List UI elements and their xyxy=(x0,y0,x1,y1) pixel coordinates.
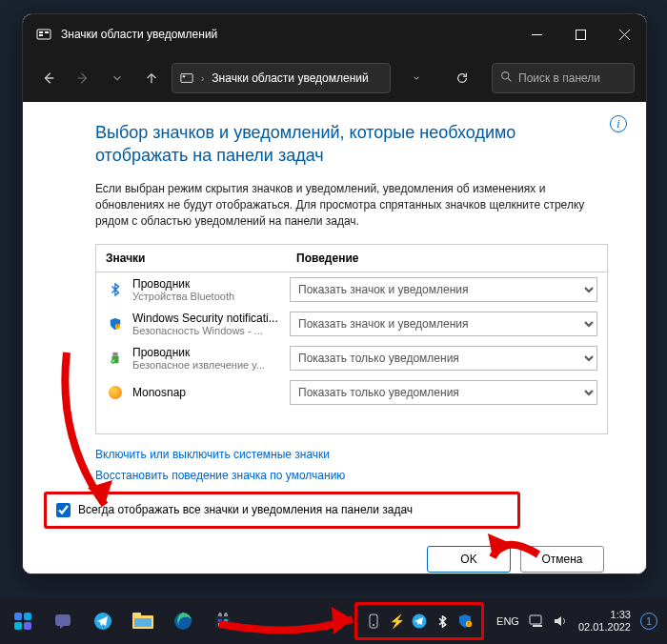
svg-rect-33 xyxy=(224,623,228,626)
row-title: Monosnap xyxy=(132,386,285,399)
table-row: ! Windows Security notificati...Безопасн… xyxy=(96,307,607,341)
link-restore-defaults[interactable]: Восстановить поведение значка по умолчан… xyxy=(95,469,608,482)
links: Включить или выключить системные значки … xyxy=(95,448,608,482)
svg-rect-22 xyxy=(24,622,31,630)
content: i Выбор значков и уведомлений, которые н… xyxy=(23,102,646,574)
titlebar: Значки области уведомлений xyxy=(23,14,646,54)
behavior-select[interactable]: Показать только уведомления xyxy=(290,346,597,371)
tray-highlight: ⚡ ! xyxy=(354,602,484,640)
svg-rect-19 xyxy=(14,613,22,620)
svg-rect-23 xyxy=(55,614,71,626)
tray-bolt-icon[interactable]: ⚡ xyxy=(388,613,405,630)
window: Значки области уведомлений › Значки обла… xyxy=(22,13,647,574)
forward-button[interactable] xyxy=(69,64,97,92)
behavior-select[interactable]: Показать значок и уведомления xyxy=(290,277,597,302)
edge-button[interactable] xyxy=(164,602,202,640)
bluetooth-icon xyxy=(106,280,125,299)
col-icons: Значки xyxy=(96,245,287,272)
svg-rect-16 xyxy=(112,352,117,356)
behavior-select[interactable]: Показать значок и уведомления xyxy=(290,312,597,336)
close-button[interactable] xyxy=(602,14,646,54)
refresh-button[interactable] xyxy=(448,64,476,92)
always-show-checkbox-row: Всегда отображать все значки и уведомлен… xyxy=(44,492,520,529)
svg-rect-2 xyxy=(39,34,43,36)
notifications-icon[interactable]: 1 xyxy=(640,613,657,630)
svg-rect-1 xyxy=(39,31,43,33)
row-sub: Безопасность Windows - ... xyxy=(132,325,285,336)
row-sub: Устройства Bluetooth xyxy=(132,291,285,302)
svg-rect-27 xyxy=(134,618,152,627)
date-text: 02.01.2022 xyxy=(578,621,631,634)
svg-rect-21 xyxy=(14,622,22,630)
icons-table: Значки Поведение ПроводникУстройства Blu… xyxy=(95,244,608,434)
tray-security-icon[interactable]: ! xyxy=(456,613,474,630)
svg-rect-30 xyxy=(218,619,222,622)
svg-rect-20 xyxy=(24,613,31,620)
page-description: Если выбран режим скрытия значков и увед… xyxy=(95,181,608,231)
svg-rect-39 xyxy=(530,615,541,624)
table-row: Monosnap Показать только уведомления xyxy=(96,375,607,410)
info-icon[interactable]: i xyxy=(610,115,627,132)
app-icon xyxy=(36,27,51,42)
row-title: Windows Security notificati... xyxy=(132,312,285,325)
search-icon xyxy=(500,70,513,86)
up-button[interactable] xyxy=(137,64,166,92)
svg-text:!: ! xyxy=(468,621,469,627)
svg-rect-3 xyxy=(45,31,49,33)
network-icon[interactable] xyxy=(529,614,544,629)
address-bar[interactable]: › Значки области уведомлений xyxy=(172,63,391,93)
svg-rect-10 xyxy=(181,74,192,83)
ok-button[interactable]: OK xyxy=(427,546,511,573)
table-row: ПроводникУстройства Bluetooth Показать з… xyxy=(96,272,607,307)
explorer-button[interactable] xyxy=(124,602,162,640)
address-dropdown-button[interactable] xyxy=(402,64,431,92)
search-input[interactable] xyxy=(518,71,626,85)
page-heading: Выбор значков и уведомлений, которые нео… xyxy=(95,121,608,168)
time-text: 1:33 xyxy=(578,609,631,621)
col-behavior: Поведение xyxy=(287,245,607,272)
cancel-button[interactable]: Отмена xyxy=(520,546,604,573)
svg-line-13 xyxy=(508,78,511,81)
back-button[interactable] xyxy=(34,64,63,92)
taskbar-apps xyxy=(0,602,242,640)
widgets-button[interactable] xyxy=(4,602,42,640)
always-show-checkbox[interactable] xyxy=(56,503,71,517)
svg-rect-29 xyxy=(215,616,231,629)
recent-button[interactable] xyxy=(103,64,131,92)
svg-text:!: ! xyxy=(117,324,118,329)
always-show-label: Всегда отображать все значки и уведомлен… xyxy=(78,503,413,516)
telegram-button[interactable] xyxy=(84,602,122,640)
minimize-button[interactable] xyxy=(515,14,558,54)
tray-telegram-icon[interactable] xyxy=(411,613,428,630)
monosnap-icon xyxy=(106,383,125,402)
svg-point-12 xyxy=(502,72,509,79)
address-icon xyxy=(180,71,193,85)
svg-rect-32 xyxy=(218,623,222,626)
chevron-right-icon: › xyxy=(201,73,204,84)
clock[interactable]: 1:33 02.01.2022 xyxy=(578,609,631,634)
system-tray: ENG 1:33 02.01.2022 1 xyxy=(496,609,667,634)
shield-icon: ! xyxy=(106,314,125,333)
svg-rect-40 xyxy=(533,625,542,627)
row-title: Проводник xyxy=(132,346,285,359)
behavior-select[interactable]: Показать только уведомления xyxy=(290,380,597,405)
tray-device-icon[interactable] xyxy=(365,613,382,630)
window-title: Значки области уведомлений xyxy=(61,28,515,41)
chat-button[interactable] xyxy=(44,602,82,640)
row-title: Проводник xyxy=(132,277,285,291)
svg-rect-31 xyxy=(224,619,228,622)
taskbar: ⚡ ! ENG 1:33 02.01.2022 1 xyxy=(0,598,667,644)
table-row: ПроводникБезопасное извлечение у... Пока… xyxy=(96,341,607,375)
language-indicator[interactable]: ENG xyxy=(496,615,519,627)
row-sub: Безопасное извлечение у... xyxy=(132,359,285,371)
svg-point-35 xyxy=(373,624,374,626)
search-box[interactable] xyxy=(492,63,635,93)
store-button[interactable] xyxy=(204,602,242,640)
address-text: Значки области уведомлений xyxy=(212,71,368,85)
volume-icon[interactable] xyxy=(554,614,569,629)
tray-bluetooth-icon[interactable] xyxy=(434,613,451,630)
navbar: › Значки области уведомлений xyxy=(23,54,646,102)
maximize-button[interactable] xyxy=(558,14,602,54)
link-system-icons[interactable]: Включить или выключить системные значки xyxy=(95,448,608,461)
usb-icon xyxy=(106,349,125,368)
